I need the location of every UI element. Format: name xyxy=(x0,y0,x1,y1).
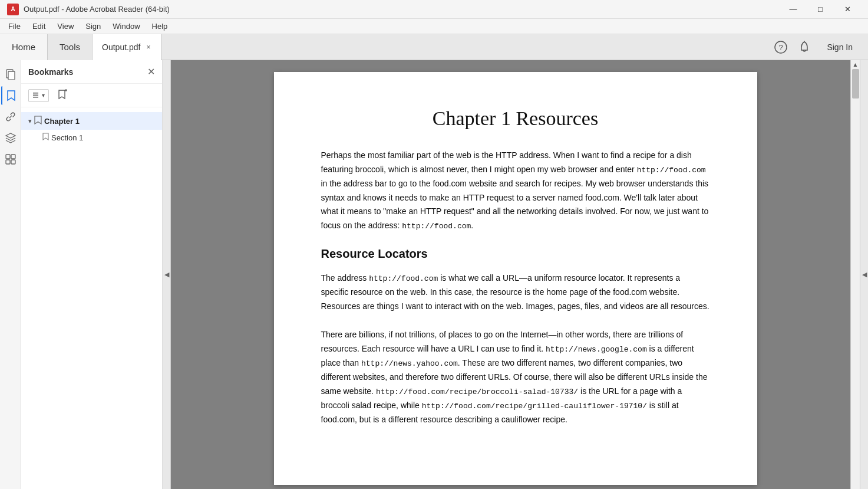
links-icon[interactable] xyxy=(1,107,20,126)
tab-close-button[interactable]: × xyxy=(145,42,151,52)
pdf-viewer[interactable]: ▲ Chapter 1 Resources Perhaps the most f… xyxy=(171,60,860,489)
svg-rect-11 xyxy=(33,97,38,98)
menu-window[interactable]: Window xyxy=(107,21,146,32)
bookmarks-panel-icon[interactable] xyxy=(1,86,20,105)
svg-rect-4 xyxy=(8,71,15,80)
menu-view[interactable]: View xyxy=(51,21,80,32)
pdf-paragraph2: The address http://food.com is what we c… xyxy=(321,271,710,314)
bookmark-chapter1[interactable]: ▾ Chapter 1 xyxy=(21,112,162,130)
pdf-code-5: http://news.yahoo.com xyxy=(361,359,458,368)
bookmarks-close-button[interactable]: ✕ xyxy=(147,66,155,77)
svg-rect-6 xyxy=(11,155,15,159)
vertical-scrollbar[interactable]: ▲ xyxy=(850,60,860,489)
right-panel-arrow-icon: ◀ xyxy=(862,271,867,278)
pdf-page: Chapter 1 Resources Perhaps the most fam… xyxy=(274,72,757,485)
bookmarks-tree: ▾ Chapter 1 Section 1 xyxy=(21,107,162,489)
pdf-code-6: http://food.com/recipe/broccoli-salad-10… xyxy=(376,388,578,396)
title-bar: A Output.pdf - Adobe Acrobat Reader (64-… xyxy=(0,0,868,19)
collapse-arrow-icon: ◀ xyxy=(164,271,169,278)
page-thumbnail-icon[interactable] xyxy=(1,65,20,84)
svg-rect-10 xyxy=(33,94,38,96)
svg-rect-5 xyxy=(6,155,10,159)
pdf-code-3: http://food.com xyxy=(369,274,438,283)
chapter1-label: Chapter 1 xyxy=(44,117,80,126)
title-bar-text: Output.pdf - Adobe Acrobat Reader (64-bi… xyxy=(24,5,170,14)
bookmarks-panel: Bookmarks ✕ ▾ ▾ xyxy=(21,60,163,489)
bookmarks-title: Bookmarks xyxy=(28,67,73,77)
svg-rect-8 xyxy=(11,160,15,164)
pdf-code-4: http://news.google.com xyxy=(546,345,647,354)
menu-sign[interactable]: Sign xyxy=(80,21,107,32)
svg-rect-7 xyxy=(6,160,10,164)
sidebar-icons xyxy=(0,60,21,489)
menu-help[interactable]: Help xyxy=(146,21,174,32)
menu-file[interactable]: File xyxy=(2,21,27,32)
pdf-section-title: Resource Locators xyxy=(321,247,710,261)
pdf-code-7: http://food.com/recipe/grilled-cauliflow… xyxy=(422,402,647,411)
chapter-bookmark-icon xyxy=(34,116,42,126)
scrollbar-up-arrow[interactable]: ▲ xyxy=(853,61,859,68)
sign-in-button[interactable]: Sign In xyxy=(819,39,861,55)
organize-pages-icon[interactable] xyxy=(1,150,20,169)
close-button[interactable]: ✕ xyxy=(834,0,861,19)
pdf-code-2: http://food.com xyxy=(402,222,471,231)
svg-text:?: ? xyxy=(779,42,783,51)
section-bookmark-icon xyxy=(42,133,49,142)
pdf-paragraph1: Perhaps the most familiar part of the we… xyxy=(321,149,710,233)
tab-document-label: Output.pdf xyxy=(102,42,140,52)
title-bar-controls: — □ ✕ xyxy=(780,0,861,19)
minimize-button[interactable]: — xyxy=(780,0,807,19)
acrobat-icon: A xyxy=(7,4,19,15)
tab-home[interactable]: Home xyxy=(0,34,48,60)
chapter-expand-arrow: ▾ xyxy=(28,117,32,125)
restore-button[interactable]: □ xyxy=(807,0,834,19)
title-bar-left: A Output.pdf - Adobe Acrobat Reader (64-… xyxy=(7,4,170,15)
bookmark-section1[interactable]: Section 1 xyxy=(21,130,162,145)
tab-bar: Home Tools Output.pdf × ? Sign In xyxy=(0,34,868,60)
panel-collapse-handle[interactable]: ◀ xyxy=(163,60,171,489)
layers-icon[interactable] xyxy=(1,129,20,147)
main-area: Bookmarks ✕ ▾ ▾ xyxy=(0,60,868,489)
bookmarks-header: Bookmarks ✕ xyxy=(21,60,162,84)
bookmarks-options-button[interactable]: ▾ xyxy=(28,89,49,102)
scrollbar-thumb[interactable] xyxy=(852,69,859,99)
pdf-paragraph3: There are billions, if not trillions, of… xyxy=(321,328,710,427)
tab-bar-right: ? Sign In xyxy=(771,38,868,57)
menu-edit[interactable]: Edit xyxy=(27,21,51,32)
new-bookmark-button[interactable] xyxy=(54,87,71,103)
right-panel-handle[interactable]: ◀ xyxy=(860,60,868,489)
menu-bar: File Edit View Sign Window Help xyxy=(0,19,868,34)
pdf-chapter-title: Chapter 1 Resources xyxy=(321,107,710,130)
help-icon[interactable]: ? xyxy=(771,38,790,57)
svg-rect-9 xyxy=(33,93,38,94)
tab-tools[interactable]: Tools xyxy=(48,34,93,60)
section1-label: Section 1 xyxy=(51,133,83,142)
bookmarks-toolbar: ▾ xyxy=(21,84,162,107)
bell-icon[interactable] xyxy=(795,38,814,57)
pdf-code-1: http://food.com xyxy=(637,166,706,175)
tab-document[interactable]: Output.pdf × xyxy=(93,34,161,60)
